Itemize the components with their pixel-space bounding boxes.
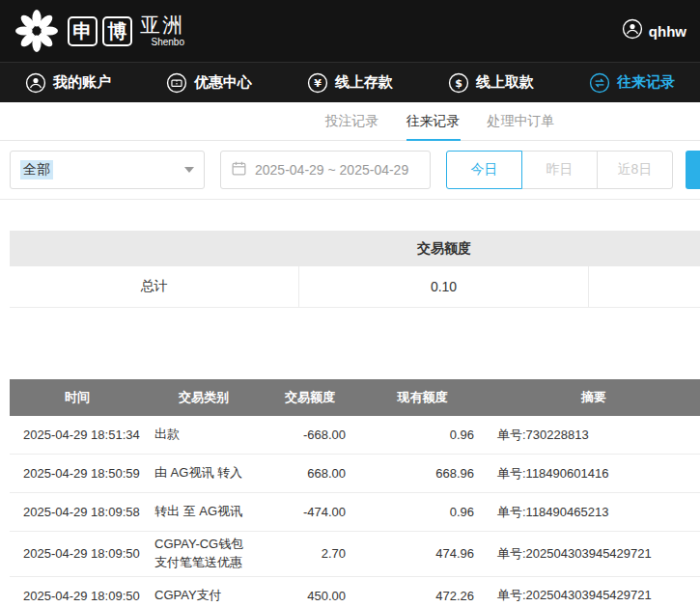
account-widget[interactable]: qhhw bbox=[622, 18, 686, 43]
column-header-2: 交易额度 bbox=[263, 379, 357, 416]
summary-table: 交易额度 总计 0.10 bbox=[10, 231, 700, 308]
table-cell: -474.00 bbox=[263, 505, 357, 519]
record-type-value: 全部 bbox=[20, 160, 53, 179]
brand-seal-char: 博 bbox=[102, 16, 132, 46]
table-cell: 472.26 bbox=[357, 589, 488, 603]
table-row: 2025-04-29 18:09:50CGPAY支付450.00472.26单号… bbox=[10, 577, 700, 607]
table-cell: 2025-04-29 18:09:50 bbox=[10, 546, 145, 561]
record-type-select[interactable]: 全部 bbox=[10, 151, 205, 189]
transfer-icon bbox=[589, 72, 610, 94]
table-cell: 0.96 bbox=[357, 428, 488, 442]
username: qhhw bbox=[649, 23, 686, 40]
user-icon bbox=[25, 72, 46, 94]
top-bar: 申 博 亚洲 Shenbo qhhw bbox=[0, 0, 700, 62]
main-nav: 我的账户优惠中心¥线上存款$线上取款往来记录 bbox=[0, 62, 700, 102]
nav-item-label: 优惠中心 bbox=[194, 73, 252, 92]
nav-item-2[interactable]: ¥线上存款 bbox=[307, 72, 393, 94]
records-table: 时间交易类别交易额度现有额度摘要 2025-04-29 18:51:34出款-6… bbox=[10, 379, 700, 607]
table-row: 2025-04-29 18:50:59由 AG视讯 转入668.00668.96… bbox=[10, 455, 700, 493]
table-row: 2025-04-29 18:09:58转出 至 AG视讯-474.000.96单… bbox=[10, 493, 700, 532]
table-cell: 由 AG视讯 转入 bbox=[145, 460, 263, 486]
table-cell: 450.00 bbox=[263, 589, 357, 603]
table-cell: 2025-04-29 18:51:34 bbox=[10, 428, 145, 442]
table-cell: 0.96 bbox=[357, 505, 488, 519]
filter-bar: 全部 2025-04-29 ~ 2025-04-29 今日昨日近8日 bbox=[0, 141, 700, 200]
ticket-icon bbox=[166, 72, 187, 94]
nav-item-label: 我的账户 bbox=[53, 73, 111, 92]
table-cell: 2025-04-29 18:09:58 bbox=[10, 505, 145, 519]
table-cell: 出款 bbox=[145, 422, 263, 448]
table-cell: 474.96 bbox=[357, 546, 488, 561]
nav-item-label: 往来记录 bbox=[617, 73, 675, 92]
calendar-icon bbox=[231, 160, 247, 180]
nav-item-3[interactable]: $线上取款 bbox=[448, 72, 534, 94]
record-subtabs: 投注记录往来记录处理中订单 bbox=[0, 102, 700, 141]
brand-region-block: 亚洲 Shenbo bbox=[140, 14, 184, 47]
search-button[interactable] bbox=[686, 151, 700, 189]
flower-logo-icon bbox=[14, 8, 60, 54]
summary-empty-cell bbox=[589, 266, 700, 307]
summary-header-amount: 交易额度 bbox=[299, 231, 589, 266]
brand-logo: 申 博 亚洲 Shenbo bbox=[14, 8, 184, 54]
subtab-0[interactable]: 投注记录 bbox=[325, 102, 379, 141]
table-row: 2025-04-29 18:09:50CGPAY-CG钱包支付笔笔送优惠2.70… bbox=[10, 532, 700, 577]
brand-subtitle: Shenbo bbox=[152, 38, 184, 47]
table-cell: 单号:118490601416 bbox=[488, 465, 700, 483]
summary-header-cell bbox=[10, 231, 299, 266]
column-header-3: 现有额度 bbox=[357, 379, 488, 416]
table-cell: 2.70 bbox=[263, 546, 357, 561]
summary-total-row: 总计 0.10 bbox=[10, 266, 700, 308]
quick-range-button-1[interactable]: 昨日 bbox=[521, 151, 598, 189]
nav-item-4[interactable]: 往来记录 bbox=[589, 72, 675, 94]
table-row: 2025-04-29 18:51:34出款-668.000.96单号:73022… bbox=[10, 416, 700, 455]
coin-icon: ¥ bbox=[307, 72, 328, 94]
quick-range-button-2[interactable]: 近8日 bbox=[597, 151, 673, 189]
summary-total-value: 0.10 bbox=[299, 266, 589, 307]
summary-header-cell bbox=[589, 231, 700, 266]
brand-region: 亚洲 bbox=[140, 14, 184, 35]
column-header-1: 交易类别 bbox=[145, 379, 263, 416]
dollar-icon: $ bbox=[448, 72, 469, 94]
column-header-4: 摘要 bbox=[488, 379, 700, 416]
table-cell: 668.00 bbox=[263, 466, 357, 481]
table-cell: 2025-04-29 18:09:50 bbox=[10, 589, 145, 603]
records-table-header: 时间交易类别交易额度现有额度摘要 bbox=[10, 379, 700, 416]
table-cell: 单号:118490465213 bbox=[488, 504, 700, 521]
subtab-2[interactable]: 处理中订单 bbox=[488, 102, 555, 141]
nav-item-0[interactable]: 我的账户 bbox=[25, 72, 111, 94]
table-cell: 单号:202504303945429721 bbox=[488, 587, 700, 604]
quick-range-group: 今日昨日近8日 bbox=[446, 151, 673, 189]
summary-header-row: 交易额度 bbox=[10, 231, 700, 266]
date-range-value: 2025-04-29 ~ 2025-04-29 bbox=[255, 162, 408, 178]
column-header-0: 时间 bbox=[10, 379, 145, 416]
svg-text:¥: ¥ bbox=[314, 77, 322, 90]
table-cell: -668.00 bbox=[263, 428, 357, 442]
table-cell: CGPAY支付 bbox=[145, 583, 263, 607]
nav-item-label: 线上存款 bbox=[335, 73, 393, 92]
table-cell: 转出 至 AG视讯 bbox=[145, 499, 263, 525]
subtab-1[interactable]: 往来记录 bbox=[406, 102, 461, 141]
nav-item-1[interactable]: 优惠中心 bbox=[166, 72, 252, 94]
summary-total-label: 总计 bbox=[10, 266, 299, 307]
table-cell: 单号:730228813 bbox=[488, 427, 700, 444]
date-range-input[interactable]: 2025-04-29 ~ 2025-04-29 bbox=[220, 151, 431, 189]
chevron-down-icon bbox=[184, 167, 194, 173]
avatar-icon bbox=[622, 18, 643, 43]
records-table-body: 2025-04-29 18:51:34出款-668.000.96单号:73022… bbox=[10, 416, 700, 607]
nav-item-label: 线上取款 bbox=[476, 73, 534, 92]
table-cell: 单号:202504303945429721 bbox=[488, 545, 700, 563]
table-cell: 668.96 bbox=[357, 466, 488, 481]
brand-seal-char: 申 bbox=[68, 16, 98, 46]
quick-range-button-0[interactable]: 今日 bbox=[446, 151, 522, 189]
svg-text:$: $ bbox=[455, 77, 462, 90]
table-cell: 2025-04-29 18:50:59 bbox=[10, 466, 145, 481]
table-cell: CGPAY-CG钱包支付笔笔送优惠 bbox=[145, 532, 263, 576]
